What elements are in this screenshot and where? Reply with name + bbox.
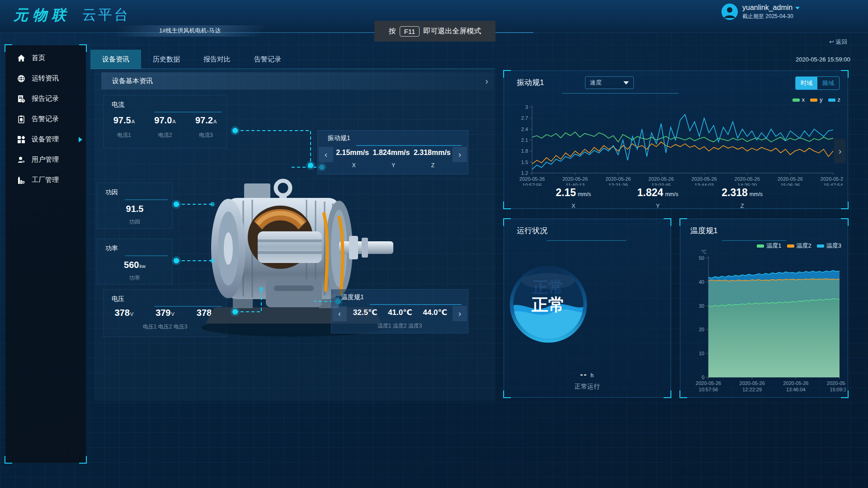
svg-text:2020-05-26: 2020-05-26: [740, 380, 765, 386]
temperature-next-button[interactable]: ›: [453, 306, 467, 321]
vibration-next-button[interactable]: ›: [453, 147, 467, 162]
svg-text:15:06:36: 15:06:36: [780, 183, 800, 186]
measurement-select[interactable]: 速度: [585, 76, 634, 89]
svg-text:2020-05-26: 2020-05-26: [519, 176, 545, 182]
sidebar-item-user-management[interactable]: 用户管理: [5, 150, 86, 170]
sidebar-item-label: 工厂管理: [32, 176, 59, 184]
sidebar-item-alarm-records[interactable]: 告警记录: [5, 109, 86, 129]
svg-text:14:25:20: 14:25:20: [737, 183, 757, 186]
current-box-title: 电流: [112, 101, 124, 109]
page-timestamp: 2020-05-26 15:59:00: [796, 56, 850, 63]
svg-text:2.7: 2.7: [521, 115, 528, 121]
sidebar-item-label: 报告记录: [32, 94, 59, 103]
pf-box-title: 功因: [105, 188, 118, 197]
legend-x-label: x: [802, 96, 805, 103]
svg-text:0: 0: [702, 375, 704, 380]
legend-temp2-swatch: [787, 244, 794, 248]
sidebar: 首页 运转资讯 报告记录 告警记录 设备管理 用户管理 工厂管理: [5, 45, 86, 463]
back-icon: ↩: [829, 38, 834, 45]
current2-value: 97.0: [154, 115, 172, 125]
vibration-overlay-title: 振动规1: [328, 134, 350, 142]
svg-text:2020-05-26: 2020-05-26: [562, 176, 588, 182]
avatar-person-icon: [722, 4, 738, 20]
fullscreen-tip-banner: 按 F11 即可退出全屏模式: [374, 21, 495, 42]
temperature-panel-title: 温度规1: [690, 225, 717, 236]
tab-history-data[interactable]: 历史数据: [141, 50, 192, 69]
section-header: 设备基本资讯 ›: [101, 72, 494, 89]
svg-text:12:21:29: 12:21:29: [609, 183, 628, 186]
svg-text:40: 40: [699, 279, 704, 285]
svg-text:1.2: 1.2: [521, 170, 528, 176]
toggle-time-domain[interactable]: 时域: [796, 77, 817, 89]
tab-report-compare[interactable]: 报告对比: [192, 50, 242, 69]
status-badge: 正常 正常: [509, 264, 588, 344]
svg-text:10: 10: [699, 351, 704, 356]
svg-text:10:57:56: 10:57:56: [523, 183, 542, 186]
svg-text:2020-05-26: 2020-05-26: [605, 176, 631, 182]
home-icon: [17, 54, 25, 62]
app-logo-platform: 云平台: [82, 5, 130, 24]
sidebar-item-operation-info[interactable]: 运转资讯: [5, 68, 86, 89]
current-box: 电流 97.5A 97.0A 97.2A 电流1 电流2 电流3: [103, 95, 227, 148]
run-hours: --: [580, 370, 587, 379]
current1-value: 97.5: [113, 115, 131, 125]
status-panel: 运行状况 正常 正常 -- h 正常运行: [504, 219, 671, 398]
back-button[interactable]: ↩ 返回: [829, 38, 848, 46]
avatar[interactable]: [722, 4, 738, 20]
tab-alarm-records[interactable]: 告警记录: [242, 50, 293, 69]
user-menu[interactable]: yuanlink_admin 截止期至 2025-04-30: [722, 4, 800, 20]
svg-text:15:09:37: 15:09:37: [830, 387, 846, 392]
vibration-chart-next-button[interactable]: ›: [834, 139, 846, 163]
tab-device-info[interactable]: 设备资讯: [90, 50, 141, 69]
sidebar-item-label: 告警记录: [32, 115, 59, 123]
svg-text:2020-05-26: 2020-05-26: [827, 380, 846, 386]
svg-text:13:46:04: 13:46:04: [786, 387, 806, 392]
sidebar-item-home[interactable]: 首页: [5, 48, 86, 68]
svg-text:2020-05-26: 2020-05-26: [648, 176, 674, 182]
voltage-labels: 电压1 电压2 电压3: [143, 323, 188, 331]
svg-text:2.1: 2.1: [521, 137, 528, 143]
section-expand-chevron[interactable]: ›: [485, 72, 488, 89]
app-logo: 元物联: [14, 5, 71, 25]
summary-z-value: 2.318: [722, 187, 748, 198]
alarm-clipboard-icon: [17, 115, 25, 123]
svg-text:11:40:13: 11:40:13: [566, 183, 585, 186]
svg-text:10:57:56: 10:57:56: [699, 387, 718, 392]
back-label: 返回: [836, 38, 848, 45]
vibration-prev-button[interactable]: ‹: [319, 147, 333, 162]
sidebar-item-device-management[interactable]: 设备管理: [5, 129, 86, 150]
fullscreen-tip-prefix: 按: [389, 27, 396, 36]
svg-text:℃: ℃: [701, 249, 707, 254]
status-text: 正常: [531, 296, 565, 314]
svg-text:20: 20: [699, 327, 704, 332]
summary-z-axis: Z: [700, 202, 784, 209]
temperature-overlay: 温度规1 ‹ › 32.5℃ 41.0℃ 44.0℃ 温度1 温度2 温度3: [331, 289, 468, 333]
tab-bar: 设备资讯 历史数据 报告对比 告警记录: [90, 50, 495, 69]
svg-text:13:44:03: 13:44:03: [694, 183, 714, 186]
user-icon: [17, 156, 25, 164]
vib-x-value: 2.15mm/s: [336, 149, 369, 157]
select-arrow-icon: [623, 81, 629, 84]
temp1-value: 32.5℃: [353, 308, 377, 317]
temperature-chart: 50403020100℃2020-05-2610:57:562020-05-26…: [683, 248, 846, 395]
svg-text:13:02:45: 13:02:45: [651, 183, 671, 186]
legend-z-label: z: [838, 96, 841, 103]
vib-x-axis: X: [352, 162, 356, 169]
current3-label: 电流3: [199, 131, 213, 139]
summary-x-axis: X: [531, 202, 616, 209]
svg-text:30: 30: [699, 303, 704, 309]
power-value: 560: [124, 260, 139, 270]
run-hours-unit: h: [590, 372, 594, 379]
report-icon: [17, 95, 25, 103]
submenu-arrow-icon: [79, 137, 82, 142]
svg-text:15:47:54: 15:47:54: [824, 183, 843, 186]
sidebar-item-report-records[interactable]: 报告记录: [5, 89, 86, 109]
sidebar-item-label: 运转资讯: [32, 74, 59, 83]
legend-y-swatch: [810, 99, 817, 102]
current1-label: 电流1: [117, 131, 131, 139]
temperature-prev-button[interactable]: ‹: [332, 306, 347, 321]
svg-text:2020-05-26: 2020-05-26: [735, 176, 760, 182]
sidebar-item-factory-management[interactable]: 工厂管理: [5, 170, 86, 190]
voltage1-value: 378: [114, 308, 129, 318]
toggle-freq-domain[interactable]: 频域: [817, 77, 839, 89]
